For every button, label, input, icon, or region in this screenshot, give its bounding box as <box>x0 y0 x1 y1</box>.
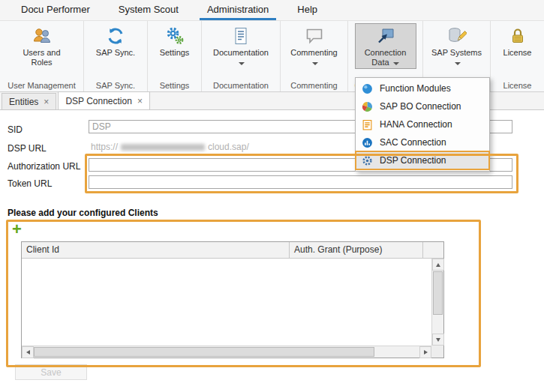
add-client-button[interactable]: + <box>12 222 27 237</box>
menu-item-label: DSP Connection <box>380 155 446 166</box>
function-modules-icon <box>362 83 373 94</box>
menu-bar: Docu Performer System Scout Administrati… <box>0 0 544 21</box>
scroll-right-button[interactable] <box>419 346 431 358</box>
gear-icon <box>362 155 373 166</box>
triangle-up-icon <box>436 263 440 267</box>
ribbon-button-label: SAP Sync. <box>93 48 138 58</box>
token-url-label: Token URL <box>8 178 52 189</box>
menu-item-dsp-connection[interactable]: DSP Connection <box>356 151 489 169</box>
horizontal-scrollbar-thumb[interactable] <box>34 347 374 357</box>
sap-sync-button[interactable]: SAP Sync. <box>89 23 143 59</box>
ribbon-button-text: Documentation <box>213 48 269 57</box>
scroll-left-button[interactable] <box>22 346 34 358</box>
url-suffix: cloud.sap/ <box>208 142 249 152</box>
column-header-client-id[interactable]: Client Id <box>22 242 290 259</box>
clients-heading: Please add your configured Clients <box>8 208 158 218</box>
url-prefix: https:// <box>91 142 118 152</box>
ribbon-button-label: Users and Roles <box>21 48 63 67</box>
chevron-down-icon <box>393 62 399 65</box>
menu-item-hana-connection[interactable]: HANA Connection <box>356 115 489 133</box>
ribbon-group-documentation: Documentation Documentation <box>202 21 281 91</box>
ribbon-button-label: Connection Data <box>359 48 412 67</box>
triangle-right-icon <box>424 350 428 355</box>
comment-bubble-icon <box>305 26 324 46</box>
ribbon-button-label: Settings <box>156 48 194 58</box>
hana-icon <box>362 119 373 130</box>
ribbon-group-caption: Settings <box>148 81 201 90</box>
ribbon-button-text: SAP Systems <box>431 48 482 57</box>
menu-tab-help[interactable]: Help <box>290 0 325 20</box>
menu-item-label: SAC Connection <box>380 137 446 148</box>
vertical-scrollbar[interactable] <box>431 259 443 346</box>
table-header-row: Client Id Auth. Grant (Purpose) <box>22 242 443 259</box>
connection-data-menu: Function Modules SAP BO Connection <box>355 77 490 172</box>
sap-systems-button[interactable]: SAP Systems <box>426 23 488 69</box>
connection-data-icon <box>376 26 395 46</box>
clients-table: Client Id Auth. Grant (Purpose) <box>21 241 444 358</box>
table-body-empty <box>22 259 431 346</box>
scrollbar-corner <box>431 346 443 358</box>
tab-label: DSP Connection <box>65 93 132 109</box>
scroll-up-button[interactable] <box>432 259 444 271</box>
ribbon-group-caption: Commenting <box>281 81 347 90</box>
pie-chart-icon <box>362 101 373 112</box>
dsp-url-value: https:// cloud.sap/ <box>91 141 249 153</box>
menu-tab-administration[interactable]: Administration <box>200 0 276 20</box>
ribbon-group-commenting: Commenting Commenting <box>281 21 348 91</box>
vertical-scrollbar-thumb[interactable] <box>433 271 443 315</box>
ribbon-button-text: Connection Data <box>365 48 407 67</box>
menu-item-sap-bo-connection[interactable]: SAP BO Connection <box>356 97 489 115</box>
chevron-down-icon <box>239 62 245 65</box>
scroll-down-button[interactable] <box>432 334 444 346</box>
tab-label: Entities <box>9 94 38 109</box>
redacted-url-segment <box>121 144 205 151</box>
ribbon-button-label: SAP Systems <box>431 48 483 67</box>
column-header-filler <box>423 242 443 259</box>
ribbon-group-sap-sync: SAP Sync. SAP Sync. <box>84 21 148 91</box>
save-button[interactable]: Save <box>15 364 87 380</box>
tab-dsp-connection[interactable]: DSP Connection × <box>58 91 150 109</box>
ribbon-button-label: License <box>501 48 534 58</box>
ribbon-group-license: License License <box>491 21 544 91</box>
gears-icon <box>165 26 185 46</box>
sync-icon <box>106 26 125 46</box>
commenting-button[interactable]: Commenting <box>284 23 345 69</box>
padlock-icon <box>508 26 527 46</box>
menu-item-label: SAP BO Connection <box>380 101 461 112</box>
documentation-button[interactable]: Documentation <box>205 23 277 69</box>
dsp-url-label: DSP URL <box>8 143 47 154</box>
ribbon-group-caption: SAP Sync. <box>84 81 147 90</box>
menu-item-label: Function Modules <box>380 83 451 94</box>
close-icon[interactable]: × <box>137 93 143 109</box>
users-and-roles-button[interactable]: Users and Roles <box>17 23 68 69</box>
ribbon-group-caption: License <box>491 81 544 90</box>
tab-entities[interactable]: Entities × <box>2 93 56 109</box>
close-icon[interactable]: × <box>44 94 49 109</box>
chevron-down-icon <box>312 62 318 65</box>
menu-item-sac-connection[interactable]: SAC Connection <box>356 133 489 151</box>
document-icon <box>231 26 251 46</box>
ribbon-group-settings: Settings Settings <box>148 21 202 91</box>
ribbon-button-text: Commenting <box>290 48 337 57</box>
column-header-auth-grant[interactable]: Auth. Grant (Purpose) <box>290 242 423 259</box>
ribbon-button-label: Documentation <box>209 48 272 67</box>
users-icon <box>32 26 52 46</box>
database-pencil-icon <box>447 26 467 46</box>
ribbon-button-label: Commenting <box>288 48 341 67</box>
menu-tab-system-scout[interactable]: System Scout <box>111 0 186 20</box>
authorization-url-label: Authorization URL <box>8 161 80 172</box>
ribbon-group-caption: User Management <box>0 81 83 90</box>
app-window: Docu Performer System Scout Administrati… <box>0 0 544 392</box>
ribbon-group-user-management: Users and Roles User Management <box>0 21 84 91</box>
triangle-left-icon <box>26 350 30 355</box>
settings-button[interactable]: Settings <box>152 23 198 59</box>
token-url-input[interactable] <box>89 175 512 189</box>
sid-label: SID <box>8 124 23 135</box>
horizontal-scrollbar[interactable] <box>22 346 431 358</box>
menu-item-function-modules[interactable]: Function Modules <box>356 79 489 97</box>
triangle-down-icon <box>436 338 440 342</box>
connection-data-button[interactable]: Connection Data <box>355 23 416 69</box>
menu-item-label: HANA Connection <box>380 119 452 130</box>
license-button[interactable]: License <box>497 23 539 59</box>
menu-tab-docu-performer[interactable]: Docu Performer <box>14 0 98 20</box>
